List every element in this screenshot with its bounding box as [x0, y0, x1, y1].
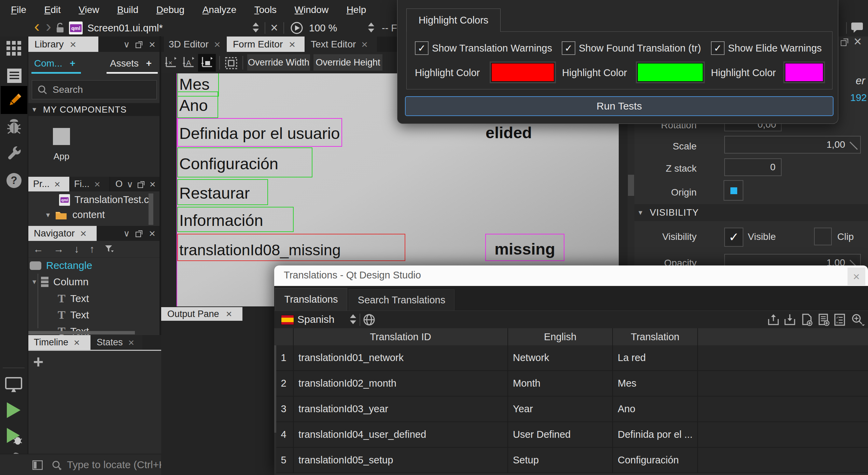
- section-visibility[interactable]: ▾ VISIBILITY: [634, 204, 868, 221]
- tab-opendocs[interactable]: O ∨ ×: [110, 177, 159, 191]
- back-icon[interactable]: ‹: [34, 17, 40, 35]
- popout-icon[interactable]: [137, 180, 145, 188]
- popout-icon[interactable]: [135, 40, 143, 48]
- show-elide-warnings-checkbox[interactable]: ✓: [711, 41, 725, 55]
- component-app-thumb[interactable]: [53, 128, 70, 145]
- nav-forward-icon[interactable]: →: [54, 243, 64, 255]
- tree-row-rectangle[interactable]: Rectangle: [28, 258, 159, 273]
- scale-input[interactable]: 1,00: [724, 136, 861, 154]
- no-translation-icon[interactable]: ×: [163, 55, 178, 70]
- cell-translation[interactable]: La red: [613, 345, 698, 370]
- close-icon[interactable]: ×: [80, 228, 87, 239]
- cell-translation-id[interactable]: translationId02_month: [294, 371, 508, 396]
- live-preview-icon[interactable]: [290, 21, 303, 34]
- close-document-icon[interactable]: ×: [270, 21, 278, 34]
- tree-row-column[interactable]: ▾ Column: [28, 273, 159, 290]
- close-icon[interactable]: ×: [214, 39, 221, 50]
- close-icon[interactable]: ×: [149, 228, 155, 239]
- tab-form-editor[interactable]: Form Editor ×: [227, 37, 305, 52]
- popout-icon[interactable]: [840, 37, 850, 47]
- close-icon[interactable]: ×: [94, 179, 100, 189]
- design-mode-active[interactable]: [1, 86, 27, 114]
- kit-selector-icon[interactable]: [5, 377, 23, 393]
- table-row[interactable]: 4 translationId04_user_defined User Defi…: [274, 422, 868, 448]
- nav-back-icon[interactable]: ←: [33, 243, 43, 255]
- highlight-color-swatch-magenta[interactable]: [785, 63, 824, 82]
- table-row[interactable]: 3 translationId03_year Year Ano: [274, 397, 868, 422]
- show-found-translation-checkbox[interactable]: ✓: [562, 41, 575, 55]
- header-english[interactable]: English: [508, 328, 613, 345]
- language-select[interactable]: Spanish: [297, 314, 334, 325]
- tab-translations[interactable]: Translations: [275, 288, 347, 311]
- canvas-text-restaurar[interactable]: Restaurar: [177, 179, 268, 205]
- origin-marker[interactable]: [730, 187, 737, 194]
- add-document-icon[interactable]: [801, 314, 813, 326]
- window-close-button[interactable]: ×: [848, 268, 865, 285]
- globe-icon[interactable]: [363, 314, 375, 326]
- menu-edit[interactable]: Edit: [36, 0, 69, 19]
- edit-mode-icon[interactable]: [6, 68, 22, 84]
- chevron-down-icon[interactable]: ∨: [123, 40, 130, 49]
- tab-timeline[interactable]: Timeline ×: [28, 335, 90, 350]
- debug-mode-icon[interactable]: [6, 119, 22, 135]
- run-tests-button[interactable]: Run Tests: [405, 96, 834, 116]
- cell-english[interactable]: Network: [508, 345, 613, 370]
- h-scrollbar-thumb[interactable]: [28, 331, 135, 334]
- highlight-color-swatch-red[interactable]: [491, 63, 555, 82]
- canvas-text-missing-id[interactable]: translationId08_missing: [177, 234, 405, 261]
- cell-translation[interactable]: Ano: [613, 397, 698, 421]
- close-icon[interactable]: ×: [361, 39, 368, 50]
- menu-help[interactable]: Help: [338, 0, 375, 19]
- collapse-arrow-icon[interactable]: ▾: [639, 208, 642, 217]
- show-translation-warnings-checkbox[interactable]: ✓: [415, 41, 429, 55]
- tab-3d-editor[interactable]: 3D Editor ×: [164, 37, 226, 52]
- move-up-icon[interactable]: ↑: [89, 243, 95, 255]
- zoom-level[interactable]: 100 %: [309, 23, 337, 34]
- text-translation-icon[interactable]: A: [181, 55, 196, 70]
- tab-text-editor[interactable]: Text Editor ×: [305, 37, 377, 52]
- menu-file[interactable]: File: [3, 0, 34, 19]
- cell-english[interactable]: Month: [508, 371, 613, 396]
- popout-icon[interactable]: [135, 229, 143, 238]
- cell-english[interactable]: Year: [508, 397, 613, 421]
- tab-library[interactable]: Library ×: [28, 37, 98, 52]
- origin-widget[interactable]: [724, 180, 743, 201]
- filter-icon[interactable]: [105, 245, 114, 253]
- comment-icon[interactable]: [851, 22, 863, 33]
- move-down-icon[interactable]: ↓: [74, 243, 79, 255]
- add-list-document-icon[interactable]: [817, 314, 830, 326]
- menu-window[interactable]: Window: [286, 0, 337, 19]
- header-translation-id[interactable]: Translation ID: [294, 328, 508, 345]
- menu-debug[interactable]: Debug: [148, 0, 193, 19]
- zoom-plus-icon[interactable]: [851, 314, 865, 326]
- locator-input[interactable]: Type to locate (Ctrl+K): [67, 459, 169, 471]
- close-icon[interactable]: ×: [149, 39, 155, 50]
- window-titlebar[interactable]: Translations - Qt Design Studio ×: [274, 265, 868, 286]
- debug-run-icon[interactable]: [6, 427, 23, 446]
- table-v-scrollbar[interactable]: [274, 345, 276, 475]
- tab-assets[interactable]: Assets +: [110, 58, 152, 69]
- tree-row-text2[interactable]: T Text: [28, 307, 159, 323]
- close-icon[interactable]: ×: [54, 179, 60, 189]
- cell-translation[interactable]: Configuración: [613, 448, 698, 473]
- menu-view[interactable]: View: [70, 0, 107, 19]
- tree-item-file[interactable]: qml TranslationTest.c: [59, 194, 149, 205]
- search-input[interactable]: Search: [32, 80, 157, 99]
- cell-translation-id[interactable]: translationId04_user_defined: [294, 422, 508, 447]
- close-icon[interactable]: ×: [70, 39, 76, 50]
- zoom-stepper-icon[interactable]: [368, 23, 374, 32]
- document-stepper-icon[interactable]: [253, 23, 259, 32]
- zstack-input[interactable]: 0: [724, 158, 782, 176]
- run-icon[interactable]: [6, 402, 21, 419]
- canvas-text-elided[interactable]: elided: [486, 123, 532, 142]
- drag-handle-icon[interactable]: [849, 141, 858, 150]
- table-row[interactable]: 1 translationId01_network Network La red: [274, 345, 868, 371]
- chevron-down-icon[interactable]: ∨: [127, 180, 133, 189]
- cell-translation-id[interactable]: translationId05_setup: [294, 448, 508, 473]
- table-row[interactable]: 2 translationId02_month Month Mes: [274, 371, 868, 397]
- scrollbar-thumb[interactable]: [274, 345, 276, 433]
- close-icon[interactable]: ×: [150, 179, 156, 189]
- export-icon[interactable]: [767, 314, 780, 326]
- cell-english[interactable]: Setup: [508, 448, 613, 473]
- chevron-down-icon[interactable]: ∨: [123, 229, 130, 238]
